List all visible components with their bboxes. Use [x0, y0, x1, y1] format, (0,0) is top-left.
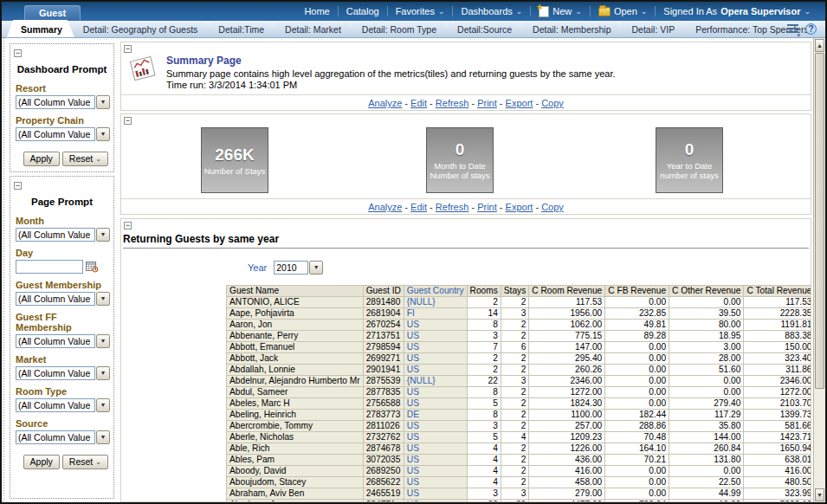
- link-export[interactable]: Export: [506, 98, 533, 108]
- dropdown-arrow-icon[interactable]: ▼: [96, 292, 110, 306]
- column-header-c-total-revenue[interactable]: C Total Revenue: [744, 286, 811, 297]
- cell[interactable]: US: [404, 466, 467, 477]
- cell: 8: [467, 387, 501, 398]
- year-select[interactable]: 2010▼: [274, 261, 323, 275]
- cell[interactable]: US: [404, 387, 467, 398]
- dropdown-arrow-icon[interactable]: ▼: [96, 228, 110, 242]
- dashboard-apply-button[interactable]: Apply: [23, 152, 60, 166]
- dropdown-arrow-icon[interactable]: ▼: [96, 430, 110, 444]
- table-row: Aberle, Nicholas2732762US541209.2370.481…: [227, 432, 812, 443]
- column-header-rooms[interactable]: Rooms: [467, 286, 501, 297]
- nav-catalog[interactable]: Catalog: [339, 6, 387, 16]
- cell[interactable]: FI: [404, 308, 467, 320]
- property-chain-select[interactable]: (All Column Value▼: [16, 127, 110, 141]
- source-select[interactable]: (All Column Value▼: [16, 430, 110, 444]
- signed-in-user-name: Opera Supervisor: [720, 6, 800, 16]
- month-select[interactable]: (All Column Value▼: [16, 228, 110, 242]
- cell: 2: [501, 387, 528, 398]
- cell[interactable]: US: [404, 477, 467, 488]
- dropdown-arrow-icon[interactable]: ▼: [96, 398, 110, 412]
- tab-detail-geography-of-guests[interactable]: Detail: Geography of Guests: [69, 22, 210, 37]
- cell[interactable]: {NULL}: [404, 297, 467, 308]
- cell[interactable]: US: [404, 432, 467, 443]
- cell[interactable]: US: [404, 488, 467, 500]
- link-edit[interactable]: Edit: [410, 202, 427, 212]
- signed-in-user-menu[interactable]: Signed In AsOpera Supervisor⌄: [656, 6, 818, 16]
- link-print[interactable]: Print: [477, 202, 497, 212]
- link-analyze[interactable]: Analyze: [368, 98, 402, 108]
- tab-detail-source[interactable]: Detail:Source: [443, 22, 524, 37]
- column-header-stays[interactable]: Stays: [501, 286, 528, 297]
- scroll-up-icon[interactable]: ▲: [815, 39, 824, 52]
- cell[interactable]: US: [404, 320, 467, 331]
- calendar-icon[interactable]: [86, 261, 99, 273]
- market-label: Market: [16, 354, 110, 365]
- tab-detail-room-type[interactable]: Detail: Room Type: [348, 22, 449, 37]
- column-header-c-fb-revenue[interactable]: C FB Revenue: [605, 286, 669, 297]
- collapse-icon[interactable]: −: [124, 45, 132, 53]
- cell[interactable]: US: [404, 342, 467, 353]
- collapse-icon[interactable]: −: [124, 222, 132, 229]
- column-header-c-room-revenue[interactable]: C Room Revenue: [529, 286, 605, 297]
- tab-detail-membership[interactable]: Detail: Membership: [519, 22, 623, 37]
- column-header-guest-name[interactable]: Guest Name: [227, 286, 364, 297]
- market-select[interactable]: (All Column Value▼: [16, 366, 110, 380]
- tab-summary[interactable]: Summary: [7, 20, 74, 37]
- column-header-guest-id[interactable]: Guest ID: [363, 286, 404, 297]
- link-copy[interactable]: Copy: [541, 202, 564, 212]
- cell[interactable]: {NULL}: [404, 376, 467, 387]
- nav-home[interactable]: Home: [296, 6, 337, 16]
- help-icon[interactable]: ?: [805, 23, 817, 35]
- nav-favorites[interactable]: Favorites⌄: [388, 6, 453, 16]
- cell: 2: [501, 331, 528, 342]
- link-refresh[interactable]: Refresh: [436, 98, 469, 108]
- link-refresh[interactable]: Refresh: [436, 202, 469, 212]
- day-input[interactable]: [16, 260, 83, 274]
- guest-ff-membership-select[interactable]: (All Column Value▼: [16, 334, 110, 348]
- collapse-icon[interactable]: −: [14, 182, 22, 190]
- link-export[interactable]: Export: [506, 202, 533, 212]
- vertical-scrollbar[interactable]: ▲ ▼: [813, 38, 825, 502]
- dropdown-arrow-icon[interactable]: ▼: [96, 334, 110, 348]
- link-copy[interactable]: Copy: [541, 98, 564, 108]
- cell[interactable]: US: [404, 443, 467, 455]
- column-header-c-other-revenue[interactable]: C Other Revenue: [669, 286, 744, 297]
- chevron-down-icon: ⌄: [575, 8, 582, 16]
- cell: 2901941: [363, 365, 404, 376]
- dashboard-reset-button[interactable]: Reset⌄: [62, 152, 108, 166]
- tab-detail-vip[interactable]: Detail: VIP: [618, 22, 688, 37]
- page-apply-button[interactable]: Apply: [23, 455, 60, 469]
- column-header-guest-country[interactable]: Guest Country: [404, 286, 467, 297]
- resort-select[interactable]: (All Column Value▼: [16, 95, 110, 109]
- nav-open[interactable]: Open⌄: [591, 6, 655, 16]
- cell[interactable]: US: [404, 421, 467, 432]
- link-edit[interactable]: Edit: [410, 98, 427, 108]
- page-options-icon[interactable]: [787, 24, 798, 34]
- link-print[interactable]: Print: [477, 98, 497, 108]
- dropdown-arrow-icon[interactable]: ▼: [96, 95, 110, 109]
- page-reset-button[interactable]: Reset⌄: [62, 455, 108, 469]
- cell[interactable]: US: [404, 455, 467, 466]
- scroll-down-icon[interactable]: ▼: [815, 488, 824, 501]
- cell[interactable]: DE: [404, 410, 467, 421]
- dashboard-workspace-tab[interactable]: Guest: [24, 5, 81, 21]
- guest-membership-select[interactable]: (All Column Value▼: [16, 292, 110, 306]
- cell[interactable]: US: [404, 353, 467, 365]
- tab-detail-time[interactable]: Detail:Time: [204, 22, 276, 37]
- cell: 311.86: [744, 365, 811, 376]
- dropdown-arrow-icon[interactable]: ▼: [96, 127, 110, 141]
- collapse-icon[interactable]: −: [124, 117, 132, 125]
- cell[interactable]: US: [404, 331, 467, 342]
- nav-new[interactable]: New⌄: [531, 6, 590, 17]
- collapse-icon[interactable]: −: [14, 49, 22, 57]
- cell[interactable]: US: [404, 500, 467, 503]
- scrollbar-thumb[interactable]: [815, 53, 824, 389]
- cell[interactable]: US: [404, 365, 467, 376]
- dropdown-arrow-icon[interactable]: ▼: [96, 366, 110, 380]
- dropdown-arrow-icon[interactable]: ▼: [309, 261, 323, 275]
- room-type-select[interactable]: (All Column Value▼: [16, 398, 110, 412]
- link-analyze[interactable]: Analyze: [368, 202, 402, 212]
- nav-dashboards[interactable]: Dashboards⌄: [453, 6, 530, 16]
- cell[interactable]: US: [404, 398, 467, 410]
- tab-detail-market[interactable]: Detail: Market: [271, 22, 353, 37]
